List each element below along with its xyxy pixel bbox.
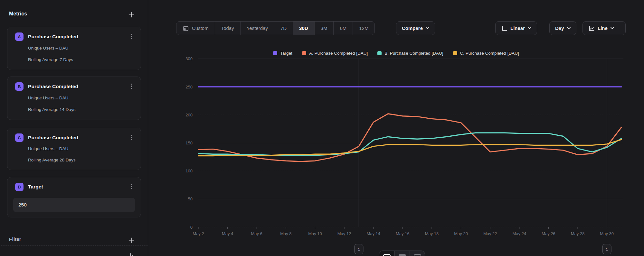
series-line-c[interactable] (198, 140, 621, 156)
y-axis-label-200: 200 (185, 113, 193, 117)
x-axis-label: May 16 (396, 231, 410, 236)
y-axis-label-100: 100 (185, 169, 193, 173)
metric-card-b[interactable]: B Purchase Completed Unique Users – DAU … (7, 77, 141, 120)
metric-badge-a: A (15, 32, 24, 41)
target-title: Target (28, 184, 43, 190)
y-axis-label-250: 250 (185, 85, 193, 89)
x-axis-label: May 12 (337, 231, 351, 236)
metrics-sidebar: Metrics A Purchase Completed Unique User… (0, 0, 148, 256)
annotation-chip-label: 1 (606, 247, 608, 252)
x-axis-label: May 24 (512, 231, 526, 236)
metric-badge-b: B (15, 82, 24, 91)
x-axis-label: May 18 (425, 231, 439, 236)
series-line-a[interactable] (198, 114, 621, 161)
chart-view-toggle (379, 251, 425, 256)
x-axis-label: May 22 (483, 231, 497, 236)
metric-card-a[interactable]: A Purchase Completed Unique Users – DAU … (7, 27, 141, 70)
metric-rolling-average: Rolling Average 28 Days (28, 158, 76, 162)
annotation-chip-label: 1 (358, 247, 360, 252)
metric-title: Purchase Completed (28, 135, 78, 141)
plus-icon (128, 237, 135, 243)
metric-measure: Unique Users – DAU (28, 146, 68, 151)
chart-svg[interactable]: 050100150200250300May 2May 4May 6May 8Ma… (148, 0, 644, 256)
target-card[interactable]: D Target (7, 177, 141, 217)
add-filter-button[interactable] (128, 237, 135, 243)
metric-rolling-average: Rolling Average 14 Days (28, 107, 76, 112)
y-axis-label-50: 50 (188, 197, 193, 201)
detail-panel-icon (414, 254, 421, 256)
target-value-input[interactable] (13, 198, 135, 212)
table-panel-icon (399, 254, 406, 256)
collapse-sidebar-button[interactable] (129, 252, 137, 256)
x-axis-label: May 6 (251, 231, 262, 236)
x-axis-label: May 14 (366, 231, 380, 236)
metric-measure: Unique Users – DAU (28, 96, 68, 100)
metric-menu-button[interactable] (129, 83, 134, 90)
x-axis-label: May 10 (308, 231, 322, 236)
x-axis-label: May 30 (600, 231, 614, 236)
x-axis-label: May 28 (571, 231, 585, 236)
metric-title: Purchase Completed (28, 84, 78, 89)
filter-section-label: Filter (9, 236, 21, 242)
metric-badge-c: C (15, 133, 24, 142)
x-axis-label: May 4 (222, 231, 233, 236)
metric-title: Purchase Completed (28, 34, 78, 40)
sidebar-divider (0, 245, 148, 246)
sidebar-title: Metrics (9, 11, 27, 17)
metric-card-c[interactable]: C Purchase Completed Unique Users – DAU … (7, 128, 141, 170)
metric-menu-button[interactable] (129, 33, 134, 40)
add-metric-button[interactable] (128, 12, 135, 18)
view-toggle-detail[interactable] (410, 251, 425, 256)
x-axis-label: May 26 (542, 231, 555, 236)
collapse-left-icon (129, 252, 137, 256)
metric-badge-d: D (15, 183, 24, 191)
x-axis-label: May 20 (454, 231, 468, 236)
y-axis-label-150: 150 (185, 141, 193, 145)
plus-icon (128, 12, 135, 18)
target-menu-button[interactable] (129, 183, 134, 190)
metric-rolling-average: Rolling Average 7 Days (28, 57, 73, 62)
x-axis-label: May 8 (280, 231, 291, 236)
y-axis-label-0: 0 (190, 225, 193, 230)
view-toggle-table[interactable] (394, 251, 410, 256)
y-axis-label-300: 300 (185, 56, 193, 61)
view-toggle-chart[interactable] (379, 251, 394, 256)
chart-panel-icon (383, 254, 391, 256)
metric-measure: Unique Users – DAU (28, 46, 68, 50)
metric-menu-button[interactable] (129, 134, 134, 141)
x-axis-label: May 2 (193, 231, 204, 236)
